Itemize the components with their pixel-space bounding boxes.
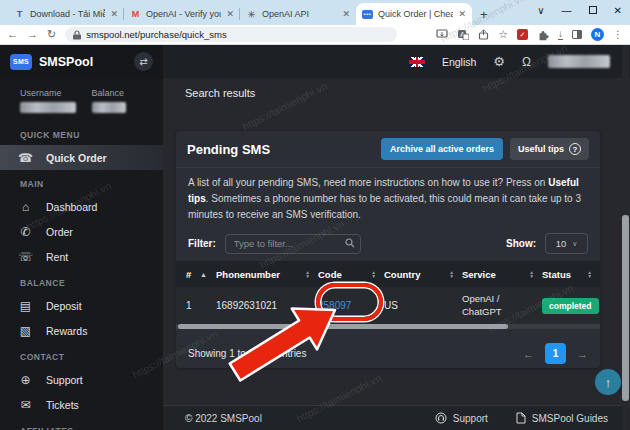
side-panel-icon[interactable] [572,30,582,39]
tab-close-icon[interactable]: ✕ [342,9,350,19]
card-header: Pending SMS Archive all active orders Us… [176,131,600,168]
extensions-puzzle-icon[interactable] [537,29,549,41]
filter-row: Filter: Show: 10 ∨ [176,228,600,261]
new-tab-button[interactable]: + [480,3,488,25]
sort-icon[interactable]: ▴▾ [372,270,375,279]
lock-icon [73,30,81,40]
filter-label: Filter: [188,238,216,249]
tab-close-icon[interactable]: ✕ [458,9,466,19]
sort-icon[interactable]: ▴▾ [588,270,591,279]
maximize-button[interactable] [589,6,597,14]
filter-input[interactable] [225,234,361,254]
tab-title: Download - Tải Miễn Phí VN [30,9,105,19]
sidebar-item-tickets[interactable]: ✉ Tickets [0,392,163,417]
tab-close-icon[interactable]: ✕ [110,9,118,19]
username-label: Username [20,88,92,98]
minimize-button[interactable]: — [562,5,572,16]
t-logo-favicon: T [14,9,25,20]
sidebar-item-label: Tickets [46,399,79,411]
sidebar-item-label: Support [46,374,83,386]
sidebar-item-label: Dashboard [46,201,97,213]
user-info: Username Balance [0,86,163,121]
tab-title: Quick Order | Cheap non-V... [378,9,453,19]
col-phonenumber[interactable]: Phonenumber [216,269,280,280]
browser-tab-openai[interactable]: ✳ OpenAI API ✕ [240,3,356,25]
sort-asc-icon[interactable]: ▲ [200,271,207,278]
sort-icon[interactable]: ▴▾ [450,270,453,279]
brand-name[interactable]: SMSPool [39,55,93,69]
adblock-extension-icon[interactable]: ✓ [517,29,528,40]
useful-tips-label: Useful tips [518,144,564,154]
col-code[interactable]: Code [318,269,342,280]
account-blurred[interactable] [548,55,610,68]
bookmark-star-icon[interactable]: ☆ [498,29,508,40]
footer-guides-label: SMSPool Guides [532,413,608,424]
browser-tab-gmail[interactable]: M OpenAI - Verify your email ✕ [124,3,240,25]
close-window-button[interactable]: ✕ [614,5,622,16]
tab-title: OpenAI API [262,9,337,19]
service-line2: ChatGPT [462,306,502,317]
search-icon [345,238,355,248]
sidebar-item-label: Quick Order [46,152,107,164]
profile-avatar[interactable]: N [591,28,604,41]
downloads-icon[interactable]: ↓ [558,29,563,40]
balance-label: Balance [92,88,164,98]
username-value-blurred [20,102,76,113]
sidebar-item-label: Deposit [46,300,82,312]
page-size-value: 10 [556,238,567,249]
language-selector[interactable]: English [442,56,476,68]
phone-icon: ☎ [18,152,33,164]
share-icon[interactable] [478,29,489,40]
browser-menu-icon[interactable]: ⋮ [613,29,623,40]
scroll-to-top-button[interactable]: ↑ [595,369,621,395]
sidebar-item-label: Rent [46,251,68,263]
sort-icon[interactable]: ▴▾ [530,270,533,279]
sidebar-item-quick-order[interactable]: ☎ Quick Order [0,145,163,170]
col-service[interactable]: Service [462,269,496,280]
vertical-scrollbar-thumb[interactable] [622,215,629,401]
gmail-favicon: M [130,9,141,20]
archive-orders-button[interactable]: Archive all active orders [381,138,503,160]
col-country[interactable]: Country [384,269,420,280]
prev-page-icon[interactable]: ← [523,348,534,360]
status-badge: completed [542,298,599,314]
back-icon[interactable]: ← [7,29,18,40]
translate-icon[interactable]: A [457,29,469,40]
sidebar-collapse-icon[interactable]: ⇄ [134,52,153,71]
sidebar-item-deposit[interactable]: ▤ Deposit [0,293,163,318]
reload-icon[interactable]: ↻ [47,29,56,40]
tab-strip: T Download - Tải Miễn Phí VN ✕ M OpenAI … [0,0,630,25]
section-main: MAIN [0,170,163,194]
sidebar-item-rewards[interactable]: ▧ Rewards [0,318,163,343]
install-icon[interactable] [436,29,448,40]
footer-guides-link[interactable]: SMSPool Guides [516,412,608,424]
toolbar-icons: A ☆ ✓ ↓ N ⋮ [436,28,623,41]
bell-icon[interactable]: Ω [522,56,531,68]
sort-icon[interactable]: ▴▾ [306,270,309,279]
useful-tips-button[interactable]: Useful tips ? [510,138,589,160]
brand-area: SMS SMSPool ⇄ [0,45,163,78]
col-status[interactable]: Status [542,269,571,280]
chevron-down-icon[interactable]: ∨ [537,5,544,16]
lifebuoy-icon: ⊕ [18,374,33,386]
vertical-scrollbar[interactable] [622,45,629,430]
phone-clock-icon: ☏ [18,251,33,263]
row-num: 1 [176,300,216,311]
col-num[interactable]: # [186,269,191,280]
forward-icon[interactable]: → [27,29,38,40]
sidebar-item-rent[interactable]: ☏ Rent [0,244,163,269]
browser-tab-download[interactable]: T Download - Tải Miễn Phí VN ✕ [8,3,124,25]
annotation-arrow [225,305,345,390]
next-page-icon[interactable]: → [577,348,588,360]
sidebar-item-order[interactable]: ✆ Order [0,219,163,244]
sidebar-item-support[interactable]: ⊕ Support [0,367,163,392]
browser-tab-quick-order-active[interactable]: ••• Quick Order | Cheap non-V... ✕ [356,3,472,25]
page-size-select[interactable]: 10 ∨ [545,233,588,254]
gear-icon[interactable]: ⚙ [493,55,505,68]
sidebar-item-dashboard[interactable]: ⌂ Dashboard [0,194,163,219]
address-bar[interactable]: smspool.net/purchase/quick_sms [65,27,397,42]
tab-close-icon[interactable]: ✕ [226,9,234,19]
page-1-button[interactable]: 1 [545,343,566,364]
footer-support-link[interactable]: Support [435,412,488,424]
copyright-text: © 2022 SMSPool [185,413,262,424]
